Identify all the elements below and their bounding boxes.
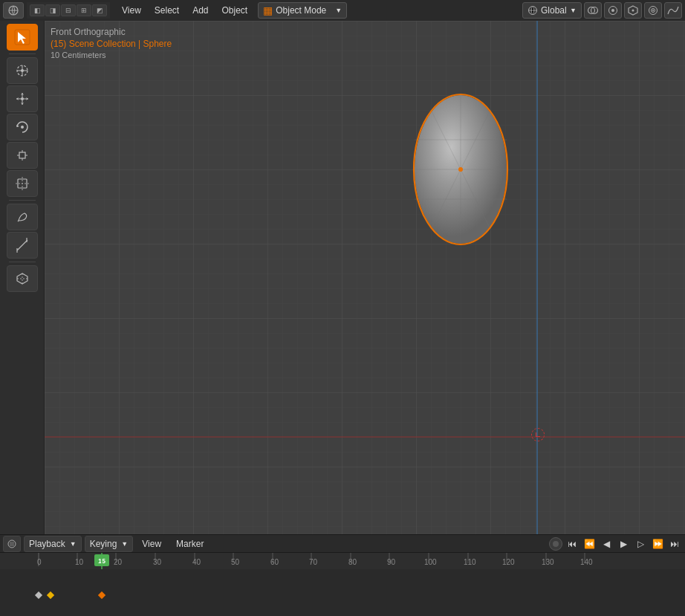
step-forward-btn[interactable]: ▷ xyxy=(633,536,648,551)
menu-object[interactable]: Object xyxy=(216,4,254,17)
header-icon-0[interactable]: ◧ xyxy=(30,4,45,16)
gizmo-icon[interactable] xyxy=(604,2,622,19)
svg-line-27 xyxy=(17,240,27,250)
transform-tool-btn[interactable] xyxy=(7,170,38,197)
svg-rect-80 xyxy=(0,569,685,614)
top-menubar: ◧ ◨ ⊟ ⊞ ◩ View Select Add Object ▦ Objec… xyxy=(0,0,685,21)
svg-point-44 xyxy=(458,167,463,172)
svg-text:40: 40 xyxy=(192,558,201,566)
proportional-icon[interactable] xyxy=(644,2,662,19)
svg-text:50: 50 xyxy=(231,558,240,566)
add-tool-btn[interactable] xyxy=(7,265,38,292)
global-dropdown[interactable]: Global ▼ xyxy=(522,2,582,19)
annotate-tool-btn[interactable] xyxy=(7,204,38,230)
top-menu-items: View Select Add Object xyxy=(116,4,253,17)
mode-label: Object Mode xyxy=(276,5,326,16)
keying-dropdown[interactable]: Keying ▼ xyxy=(85,536,134,552)
svg-text:80: 80 xyxy=(348,558,357,566)
menu-select[interactable]: Select xyxy=(149,4,185,17)
move-tool-btn[interactable] xyxy=(7,85,38,112)
svg-point-17 xyxy=(21,97,24,100)
scale-tool-btn[interactable] xyxy=(7,142,38,169)
play-btn[interactable]: ▶ xyxy=(616,536,631,551)
svg-point-14 xyxy=(21,69,24,72)
cursor-tool-btn[interactable] xyxy=(7,57,38,84)
tool-separator-2 xyxy=(9,200,36,201)
svg-rect-33 xyxy=(45,21,685,534)
header-icon-3[interactable]: ⊞ xyxy=(77,4,91,16)
curve-icon[interactable] xyxy=(664,2,682,19)
rotate-tool-btn[interactable] xyxy=(7,114,38,140)
svg-text:90: 90 xyxy=(387,558,396,566)
svg-text:120: 120 xyxy=(502,558,515,566)
svg-text:60: 60 xyxy=(270,558,279,566)
svg-text:100: 100 xyxy=(424,558,437,566)
snap-icon[interactable] xyxy=(624,2,642,19)
timeline-area[interactable]: 0 10 15 20 30 40 50 60 70 xyxy=(0,553,685,616)
global-label: Global xyxy=(541,5,567,16)
svg-rect-19 xyxy=(19,152,25,158)
sphere-svg xyxy=(401,80,520,259)
left-toolbar xyxy=(0,21,45,534)
select-tool-btn[interactable] xyxy=(7,24,38,51)
timeline-controls-bar: Playback ▼ Keying ▼ View Marker ⏮ ⏪ ◀ ▶ … xyxy=(0,535,685,553)
cursor-crosshair-h xyxy=(536,432,540,437)
svg-text:70: 70 xyxy=(309,558,318,566)
overlay-icon[interactable] xyxy=(584,2,602,19)
playback-controls: ⏮ ⏪ ◀ ▶ ▷ ⏩ ⏭ xyxy=(549,536,682,551)
menu-add[interactable]: Add xyxy=(186,4,214,17)
workspace-icon-btn[interactable] xyxy=(3,2,24,19)
record-btn[interactable] xyxy=(549,537,562,551)
step-back-btn[interactable]: ◀ xyxy=(599,536,614,551)
header-icon-1[interactable]: ◨ xyxy=(45,4,60,16)
main-area: Front Orthographic (15) Scene Collection… xyxy=(0,21,685,534)
viewport[interactable]: Front Orthographic (15) Scene Collection… xyxy=(45,21,685,534)
playback-label: Playback xyxy=(29,539,65,549)
header-icon-4[interactable]: ◩ xyxy=(92,4,107,16)
top-right-controls: Global ▼ xyxy=(522,2,682,19)
svg-text:20: 20 xyxy=(114,558,123,566)
svg-point-18 xyxy=(21,126,24,129)
tool-separator-3 xyxy=(9,262,36,262)
bottom-area: Playback ▼ Keying ▼ View Marker ⏮ ⏪ ◀ ▶ … xyxy=(0,534,685,616)
measure-tool-btn[interactable] xyxy=(7,232,38,259)
timeline-marker-item[interactable]: Marker xyxy=(170,537,210,551)
svg-point-6 xyxy=(632,10,634,12)
sphere-object[interactable] xyxy=(401,80,520,261)
svg-text:110: 110 xyxy=(464,558,476,566)
svg-text:30: 30 xyxy=(153,558,162,566)
object-mode-dropdown[interactable]: ▦ Object Mode ▼ xyxy=(258,2,347,19)
timeline-view-item[interactable]: View xyxy=(136,537,167,551)
keying-label: Keying xyxy=(90,539,117,549)
viewport-grid xyxy=(45,21,685,534)
svg-point-5 xyxy=(611,9,614,12)
jump-end-btn[interactable]: ⏭ xyxy=(667,536,682,551)
svg-text:140: 140 xyxy=(580,558,593,566)
svg-point-9 xyxy=(652,10,654,11)
prev-keyframe-btn[interactable]: ⏪ xyxy=(582,536,597,551)
svg-text:0: 0 xyxy=(37,558,42,566)
svg-text:130: 130 xyxy=(542,558,554,566)
header-icons-strip: ◧ ◨ ⊟ ⊞ ◩ xyxy=(27,2,110,19)
menu-view[interactable]: View xyxy=(116,4,147,17)
svg-text:10: 10 xyxy=(75,558,84,566)
tool-separator-1 xyxy=(9,54,36,54)
jump-start-btn[interactable]: ⏮ xyxy=(565,536,580,551)
header-icon-2[interactable]: ⊟ xyxy=(61,4,76,16)
timeline-svg: 0 10 15 20 30 40 50 60 70 xyxy=(0,553,685,614)
next-keyframe-btn[interactable]: ⏩ xyxy=(650,536,665,551)
playback-dropdown[interactable]: Playback ▼ xyxy=(24,536,82,552)
timeline-mode-btn[interactable] xyxy=(3,536,21,552)
